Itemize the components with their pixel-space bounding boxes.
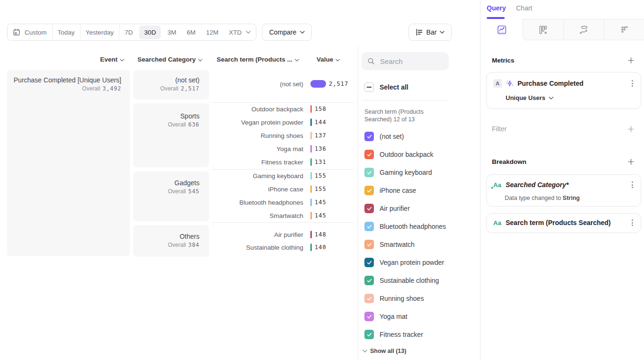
term-checkbox[interactable] — [364, 222, 374, 231]
tab-flows[interactable] — [563, 19, 604, 40]
breakdown-card[interactable]: Aa*Searched Category*Data type changed t… — [486, 174, 641, 207]
breakdown-card[interactable]: AaSearch term (Products Searched) — [486, 213, 641, 233]
term-filter-item[interactable]: Air purifier — [364, 204, 446, 213]
column-header-searched-category[interactable]: Searched Category — [133, 55, 202, 63]
show-all-button[interactable]: Show all (13) — [363, 348, 446, 354]
category-cell-text: OthersOverall384 — [168, 232, 200, 249]
value-bar[interactable] — [310, 231, 312, 238]
value-bar[interactable] — [310, 212, 312, 219]
value-bar[interactable] — [310, 244, 312, 251]
divider — [362, 100, 449, 100]
value-bar[interactable] — [310, 118, 312, 126]
term-value: 144 — [315, 119, 327, 126]
category-cell[interactable]: SportsOverall636 — [133, 103, 209, 167]
funnels-icon — [538, 25, 548, 35]
date-range-30d[interactable]: 30D — [139, 26, 161, 39]
tab-chart[interactable]: Chart — [516, 4, 532, 12]
chevron-down-icon — [120, 59, 124, 62]
term-checkbox[interactable] — [364, 168, 374, 177]
date-range-yesterday[interactable]: Yesterday — [81, 24, 120, 40]
term-filter-item[interactable]: Yoga mat — [364, 312, 446, 321]
term-checkbox[interactable] — [364, 150, 374, 159]
row-separator — [212, 102, 354, 103]
term-filter-item[interactable]: Outdoor backpack — [364, 150, 446, 159]
modified-asterisk: * — [491, 186, 493, 192]
insights-report: CustomTodayYesterday7D30D3M6M12MXTD Comp… — [0, 0, 644, 361]
value-bar[interactable] — [310, 185, 312, 193]
date-range-today[interactable]: Today — [53, 24, 81, 40]
term-filter-item[interactable]: (not set) — [364, 132, 446, 141]
measurement-dropdown[interactable]: Unique Users — [506, 94, 553, 101]
term-checkbox[interactable] — [364, 294, 374, 303]
term-filter-item[interactable]: Fitness tracker — [364, 330, 446, 339]
value-bar[interactable] — [310, 158, 312, 166]
metric-menu-button[interactable] — [631, 79, 634, 88]
term-checkbox[interactable] — [364, 240, 374, 249]
event-cell[interactable]: Purchase Completed [Unique Users]Overall… — [7, 70, 130, 256]
compare-button[interactable]: Compare — [262, 24, 312, 41]
term-filter-item[interactable]: Vegan protein powder — [364, 258, 446, 267]
column-header-value[interactable]: Value — [317, 55, 345, 63]
term-row: (not set)2,517 — [212, 77, 355, 90]
category-cell[interactable]: OthersOverall384 — [133, 225, 209, 257]
term-filter-item[interactable]: Sustainable clothing — [364, 276, 446, 285]
check-icon — [367, 189, 372, 193]
select-all-label: Select all — [380, 83, 408, 91]
column-header-search-term[interactable]: Search term (Products ... — [212, 55, 299, 63]
value-bar[interactable] — [310, 132, 312, 139]
term-filter-item[interactable]: iPhone case — [364, 186, 446, 195]
value-bar[interactable] — [310, 172, 312, 180]
term-checkbox[interactable] — [364, 330, 374, 339]
add-breakdown-button[interactable] — [627, 158, 635, 165]
search-box[interactable] — [362, 52, 449, 70]
tab-funnels[interactable] — [523, 19, 563, 40]
metric-card[interactable]: A Purchase Completed Unique Users — [486, 72, 641, 109]
value-bar[interactable] — [310, 199, 312, 206]
term-filter-item[interactable]: Gaming keyboard — [364, 168, 446, 177]
category-name: Gadgets — [168, 179, 200, 187]
metric-name: Purchase Completed — [517, 80, 631, 87]
select-all[interactable]: Select all — [364, 82, 408, 92]
event-overall: Overall3,492 — [14, 84, 121, 93]
term-value: 131 — [315, 159, 327, 165]
term-filter-label: Vegan protein powder — [380, 259, 444, 266]
term-checkbox[interactable] — [364, 312, 374, 321]
breakdown-menu-button[interactable] — [631, 180, 634, 189]
select-all-checkbox[interactable] — [364, 82, 374, 92]
breakdown-menu-button[interactable] — [631, 218, 634, 227]
term-checkbox[interactable] — [364, 258, 374, 267]
date-range-7d[interactable]: 7D — [119, 24, 138, 40]
value-bar[interactable] — [310, 105, 312, 113]
term-label: Gaming keyboard — [212, 172, 303, 180]
term-filter-item[interactable]: Smartwatch — [364, 240, 446, 249]
add-metric-button[interactable] — [627, 57, 635, 64]
term-checkbox[interactable] — [364, 186, 374, 195]
term-checkbox[interactable] — [364, 204, 374, 213]
term-filter-item[interactable]: Running shoes — [364, 294, 446, 303]
tab-insights[interactable] — [481, 19, 523, 40]
category-cell[interactable]: (not set)Overall2,517 — [133, 70, 209, 99]
category-name: (not set) — [160, 76, 200, 84]
category-cell[interactable]: GadgetsOverall545 — [133, 171, 209, 221]
value-bar[interactable] — [310, 145, 312, 153]
tab-query[interactable]: Query — [487, 4, 506, 12]
value-bar[interactable] — [310, 80, 326, 88]
tab-retention[interactable] — [604, 19, 644, 40]
breakdown-name: Search term (Products Searched) — [506, 219, 631, 226]
add-filter-button[interactable] — [627, 126, 635, 133]
date-range-custom[interactable]: Custom — [8, 24, 53, 40]
term-label: Smartwatch — [212, 212, 303, 219]
date-range-3m[interactable]: 3M — [162, 24, 181, 40]
date-range-12m[interactable]: 12M — [201, 24, 224, 40]
term-row: Sustainable clothing140 — [212, 241, 355, 254]
check-icon — [367, 207, 372, 211]
term-filter-item[interactable]: Bluetooth headphones — [364, 222, 446, 231]
search-input[interactable] — [380, 57, 437, 65]
term-checkbox[interactable] — [364, 276, 374, 285]
date-range-6m[interactable]: 6M — [181, 24, 201, 40]
date-range-xtd[interactable]: XTD — [224, 24, 256, 40]
term-checkbox[interactable] — [364, 132, 374, 141]
query-panel: Query Chart — [480, 0, 644, 361]
chart-type-button[interactable]: Bar — [408, 24, 452, 41]
column-header-event[interactable]: Event — [7, 55, 124, 63]
